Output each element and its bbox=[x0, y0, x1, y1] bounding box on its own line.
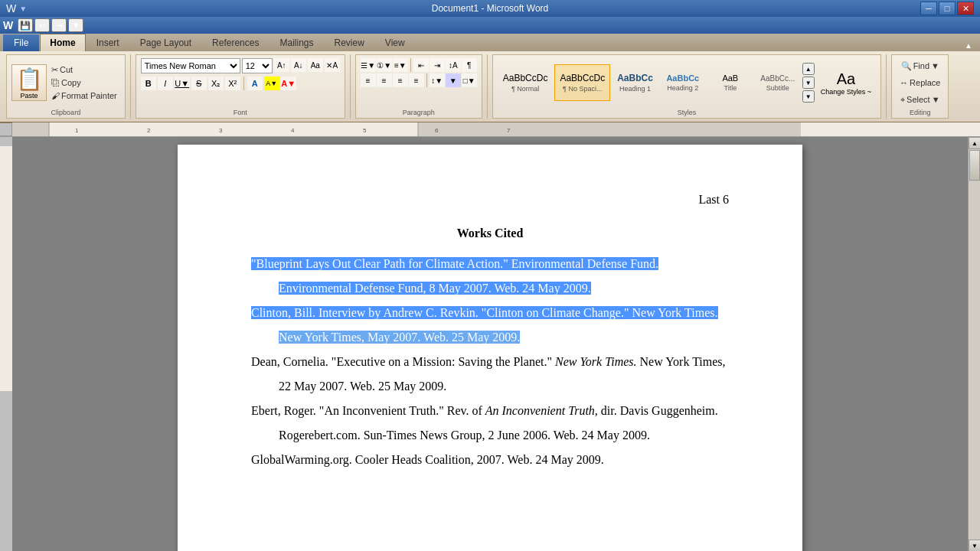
format-painter-button[interactable]: 🖌 Format Painter bbox=[48, 90, 120, 102]
find-icon: 🔍 bbox=[901, 61, 912, 71]
border-button[interactable]: □▼ bbox=[462, 73, 477, 87]
align-left-button[interactable]: ≡ bbox=[361, 73, 376, 87]
sort-button[interactable]: ↕A bbox=[446, 58, 461, 72]
font-group: Times New Roman 12 A↑ A↓ Aa ✕A B I U▼ S … bbox=[136, 54, 345, 119]
styles-scroll-up[interactable]: ▲ bbox=[802, 63, 815, 75]
bullets-button[interactable]: ☰▼ bbox=[361, 58, 376, 72]
save-qa-button[interactable]: 💾 bbox=[18, 18, 33, 32]
replace-button[interactable]: ↔ Replace bbox=[897, 75, 943, 90]
redo-qa-button[interactable]: ↪ bbox=[51, 18, 67, 32]
style-no-spacing[interactable]: AaBbCcDc ¶ No Spaci... bbox=[554, 64, 610, 101]
align-center-button[interactable]: ≡ bbox=[377, 73, 392, 87]
clipboard-group-content: 📋 Paste ✂ Cut ⿻ Copy 🖌 Format Painter bbox=[11, 58, 120, 107]
decrease-indent-button[interactable]: ⇤ bbox=[413, 58, 429, 72]
style-heading-1[interactable]: AaBbCc Heading 1 bbox=[612, 64, 658, 101]
para-row-1: ☰▼ ①▼ ≡▼ ⇤ ⇥ ↕A ¶ bbox=[361, 58, 477, 72]
select-button[interactable]: ⌖ Select▼ bbox=[897, 92, 942, 107]
strikethrough-button[interactable]: S bbox=[191, 77, 207, 90]
ruler-corner bbox=[0, 123, 12, 136]
scroll-up-button[interactable]: ▲ bbox=[969, 137, 980, 149]
format-painter-icon: 🖌 bbox=[51, 91, 60, 100]
select-icon: ⌖ bbox=[900, 95, 905, 105]
tab-mailings[interactable]: Mailings bbox=[270, 34, 323, 51]
restore-button[interactable]: □ bbox=[939, 2, 956, 15]
line-spacing-button[interactable]: ↕▼ bbox=[430, 73, 445, 87]
ribbon-collapse-button[interactable]: ▲ bbox=[960, 40, 977, 51]
style-subtitle[interactable]: AaBbCc... Subtitle bbox=[755, 64, 801, 101]
format-painter-label: Format Painter bbox=[61, 91, 117, 100]
numbering-button[interactable]: ①▼ bbox=[377, 58, 392, 72]
vertical-scrollbar[interactable]: ▲ ▼ bbox=[968, 137, 980, 551]
font-sep bbox=[243, 77, 244, 90]
scroll-down-button[interactable]: ▼ bbox=[969, 540, 980, 551]
tab-review[interactable]: Review bbox=[324, 34, 374, 51]
copy-label: Copy bbox=[61, 78, 81, 87]
clipboard-group: 📋 Paste ✂ Cut ⿻ Copy 🖌 Format Painter bbox=[6, 54, 126, 119]
underline-button[interactable]: U▼ bbox=[175, 77, 190, 90]
change-styles-icon: Aa bbox=[837, 70, 855, 88]
ruler-svg: 1 2 3 4 5 6 7 bbox=[12, 122, 980, 136]
ruler-top-container: 1 2 3 4 5 6 7 bbox=[0, 123, 980, 137]
para-sep-1 bbox=[410, 58, 411, 72]
citation-5: GlobalWarming.org. Cooler Heads Coalitio… bbox=[251, 448, 729, 472]
para-row-2: ≡ ≡ ≡ ≡ ↕▼ ▼ □▼ bbox=[361, 73, 477, 87]
cut-button[interactable]: ✂ Cut bbox=[48, 64, 120, 76]
styles-expand[interactable]: ▼ bbox=[802, 90, 815, 103]
tab-file[interactable]: File bbox=[3, 34, 39, 51]
tab-insert[interactable]: Insert bbox=[87, 34, 129, 51]
font-group-content: Times New Roman 12 A↑ A↓ Aa ✕A B I U▼ S … bbox=[141, 58, 340, 107]
scroll-track[interactable] bbox=[969, 149, 980, 540]
change-styles-button[interactable]: Aa Change Styles ~ bbox=[816, 63, 876, 103]
undo-qa-button[interactable]: ↩ bbox=[34, 18, 50, 32]
document-page-area[interactable]: Last 6 Works Cited "Blueprint Lays Out C… bbox=[12, 137, 968, 551]
copy-button[interactable]: ⿻ Copy bbox=[48, 77, 120, 89]
shading-button[interactable]: ▼ bbox=[446, 73, 461, 87]
svg-text:2: 2 bbox=[147, 127, 151, 134]
sep-3 bbox=[487, 54, 488, 119]
svg-text:7: 7 bbox=[507, 127, 511, 134]
tab-page-layout[interactable]: Page Layout bbox=[130, 34, 201, 51]
paste-button[interactable]: 📋 Paste bbox=[11, 64, 47, 101]
italic-button[interactable]: I bbox=[158, 77, 173, 90]
grow-font-button[interactable]: A↑ bbox=[274, 58, 289, 72]
styles-scroll-down[interactable]: ▼ bbox=[802, 77, 815, 89]
shrink-font-button[interactable]: A↓ bbox=[291, 58, 306, 72]
find-label: Find bbox=[913, 61, 929, 70]
font-size-select[interactable]: 12 bbox=[242, 58, 273, 73]
paragraph-group: ☰▼ ①▼ ≡▼ ⇤ ⇥ ↕A ¶ ≡ ≡ ≡ ≡ ↕▼ ▼ bbox=[355, 54, 482, 119]
citation-2: Clinton, Bill. Interview by Andrew C. Re… bbox=[251, 301, 729, 350]
citation-3: Dean, Cornelia. "Executive on a Mission:… bbox=[251, 350, 729, 399]
editing-label: Editing bbox=[910, 109, 931, 116]
customize-qa-button[interactable]: ▼ bbox=[68, 18, 83, 32]
text-effect-button[interactable]: A bbox=[247, 77, 263, 90]
close-button[interactable]: ✕ bbox=[957, 2, 974, 15]
svg-rect-1 bbox=[12, 122, 49, 136]
change-case-button[interactable]: Aa bbox=[308, 58, 323, 72]
style-heading-2[interactable]: AaBbCc Heading 2 bbox=[660, 64, 706, 101]
style-normal[interactable]: AaBbCcDc ¶ Normal bbox=[498, 64, 554, 101]
align-right-button[interactable]: ≡ bbox=[393, 73, 408, 87]
justify-button[interactable]: ≡ bbox=[409, 73, 424, 87]
show-marks-button[interactable]: ¶ bbox=[462, 58, 477, 72]
multilevel-button[interactable]: ≡▼ bbox=[393, 58, 408, 72]
scroll-thumb[interactable] bbox=[969, 150, 980, 181]
subscript-button[interactable]: X₂ bbox=[208, 77, 224, 90]
window-controls[interactable]: ─ □ ✕ bbox=[920, 2, 974, 15]
paste-label: Paste bbox=[20, 92, 38, 99]
document-scroll[interactable]: Last 6 Works Cited "Blueprint Lays Out C… bbox=[12, 137, 980, 551]
find-button[interactable]: 🔍 Find▼ bbox=[898, 58, 942, 73]
tab-references[interactable]: References bbox=[202, 34, 269, 51]
bold-button[interactable]: B bbox=[141, 77, 156, 90]
superscript-button[interactable]: X² bbox=[225, 77, 240, 90]
styles-gallery: AaBbCcDc ¶ Normal AaBbCcDc ¶ No Spaci...… bbox=[498, 63, 815, 103]
minimize-button[interactable]: ─ bbox=[920, 2, 937, 15]
style-title[interactable]: AaB Title bbox=[707, 64, 753, 101]
font-name-select[interactable]: Times New Roman bbox=[141, 58, 240, 73]
highlight-button[interactable]: A▼ bbox=[264, 77, 279, 90]
increase-indent-button[interactable]: ⇥ bbox=[430, 58, 445, 72]
styles-scroll: ▲ ▼ ▼ bbox=[802, 63, 815, 103]
tab-view[interactable]: View bbox=[375, 34, 415, 51]
font-color-button[interactable]: A▼ bbox=[281, 77, 296, 90]
clear-format-button[interactable]: ✕A bbox=[325, 58, 340, 72]
tab-home[interactable]: Home bbox=[40, 34, 85, 51]
